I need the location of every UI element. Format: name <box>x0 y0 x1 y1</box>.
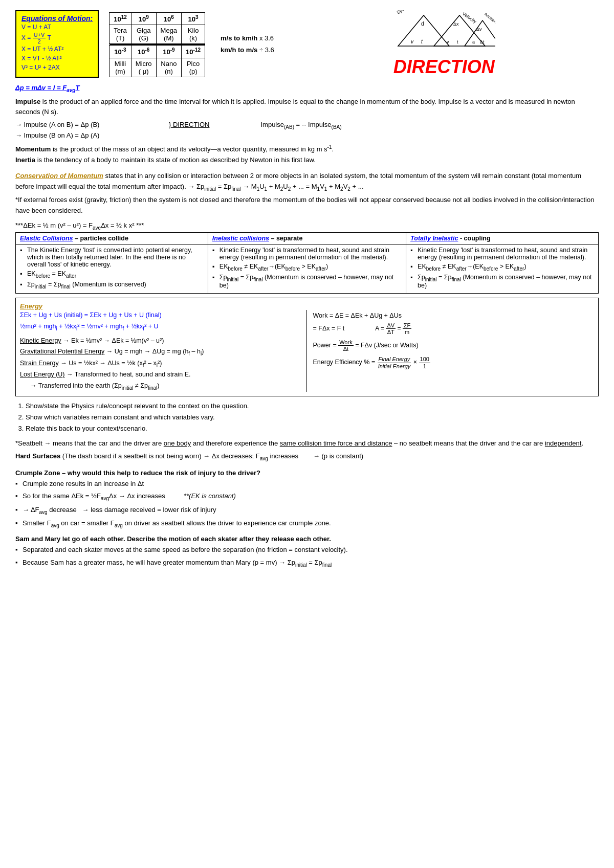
crumple-section: Crumple Zone – why would this help to re… <box>15 468 599 569</box>
col-totally-header: Totally Inelastic - coupling <box>406 233 599 244</box>
equations-title: Equations of Motion: <box>21 14 93 23</box>
energy-section: Energy ΣEk + Ug + Us (initial) = ΣEk + U… <box>15 298 599 396</box>
totally-bullet1: Kinetic Energy 'lost' is transformed to … <box>410 247 594 261</box>
impulse-arrows: → Impulse (A on B) = Δp (B) → Impulse (B… <box>15 120 148 141</box>
elastic-bullet2: EKbefore = EKafter <box>20 270 204 279</box>
top-section: Equations of Motion: V = U + AT X = U+V2… <box>15 10 599 78</box>
impulse-direction-label: } DIRECTION <box>169 120 209 130</box>
sam-mary-list: Separated and each skater moves at the s… <box>15 545 599 569</box>
seatbelt-p2: Hard Surfaces (The dash board if a seatb… <box>15 451 599 463</box>
work-line2: = FΔx = F t A = ΔVΔT = ΣFm <box>313 322 595 335</box>
inelastic-bullet1: Kinetic Energy 'lost' is transformed to … <box>212 247 402 261</box>
energy-line2: ½mu² + mghi + ½kxi² = ½mv² + mghf + ½kxf… <box>20 321 301 333</box>
totally-bullet3: Σpinitial = Σpfinal (Momentum is conserv… <box>410 274 594 290</box>
svg-text:Velocity: Velocity <box>462 11 478 24</box>
impulse-equal: Impulse(AB) = -- Impulse(BA) <box>260 120 341 131</box>
direction-diagram: v t d Speed v t Δx Velocity a Δt Δv Acce… <box>290 10 599 78</box>
sam-mary-title: Sam and Mary let go of each other. Descr… <box>15 534 599 545</box>
col-elastic-header: Elastic Collisions – particles collide <box>16 233 208 244</box>
crumple-bullet1: Crumple zone results in an increase in Δ… <box>15 479 599 489</box>
impulse-section: Δp = mΔv = I = FavgT Impulse is the prod… <box>15 83 599 166</box>
svg-text:t: t <box>421 39 423 44</box>
eq3: X = UT + ½ AT² <box>21 44 93 54</box>
impulse-momentum: Momentum is the product of the mass of a… <box>15 143 599 155</box>
impulse-p1: Impulse is the product of an applied for… <box>15 97 599 118</box>
svg-text:v: v <box>447 39 449 44</box>
crumple-bullet3: → ΔFavg decrease → less damage received … <box>15 505 599 517</box>
svg-text:Δt: Δt <box>480 39 485 44</box>
impulse-header: Δp = mΔv = I = FavgT <box>15 83 599 95</box>
power-line: Power = WorkΔt = FΔv (J/sec or Watts) <box>313 339 595 352</box>
direction-label: DIRECTION <box>393 56 495 78</box>
energy-left: ΣEk + Ug + Us (initial) = ΣEk + Ug + Us … <box>20 310 301 392</box>
conservation-warning: *If external forces exist (gravity, fric… <box>15 195 599 216</box>
svg-text:v: v <box>411 39 414 44</box>
svg-text:Δv: Δv <box>476 27 482 32</box>
numbered-item-2: Show which variables remain constant and… <box>26 412 599 423</box>
inelastic-bullet3: Σpinitial = Σpfinal (Momentum is conserv… <box>212 274 402 290</box>
delta-ek-section: ***ΔEk = ½ m (v² – u²) = FaveΔx = ½ k x²… <box>15 221 599 231</box>
numbered-item-1: Show/state the Physics rule/concept rele… <box>26 400 599 412</box>
inelastic-content: Kinetic Energy 'lost' is transformed to … <box>208 244 406 294</box>
energy-line3: Kinetic Energy → Ek = ½mv² → ΔEk = ½m(v²… <box>20 336 301 346</box>
svg-text:Acceleration: Acceleration <box>484 12 495 30</box>
prefix-table: 1012 109 106 103 Tera(T) Giga(G) Mega(M)… <box>109 12 205 77</box>
svg-text:d: d <box>421 21 424 27</box>
numbered-item-3: Relate this back to your context/scenari… <box>26 423 599 434</box>
sam-mary-bullet1: Separated and each skater moves at the s… <box>15 545 599 555</box>
eq2: X = U+V2 T <box>21 32 93 44</box>
svg-text:a: a <box>472 39 475 44</box>
totally-content: Kinetic Energy 'lost' is transformed to … <box>406 244 599 294</box>
inelastic-bullet2: EKbefore ≠ EKafter→(EKbefore > EKafter) <box>212 263 402 272</box>
eq4: X = VT - ½ AT² <box>21 54 93 63</box>
totally-bullet2: EKbefore ≠ EKafter→(EKbefore > EKafter) <box>410 263 594 272</box>
eq5: V² = U² + 2AX <box>21 63 93 72</box>
col-inelastic-header: Inelastic collisions – separate <box>208 233 406 244</box>
elastic-content: The Kinetic Energy 'lost' is converted i… <box>16 244 208 294</box>
energy-line6: Lost Energy (U) → Transformed to heat, s… <box>20 369 301 380</box>
seatbelt-p1: *Seatbelt → means that the car and the d… <box>15 438 599 449</box>
crumple-bullet4: Smaller Favg on car = smaller Favg on dr… <box>15 518 599 530</box>
prefix-table-container: 1012 109 106 103 Tera(T) Giga(G) Mega(M)… <box>109 12 205 78</box>
crumple-title: Crumple Zone – why would this help to re… <box>15 468 599 479</box>
work-line1: Work = ΔE = ΔEk + ΔUg + ΔUs <box>313 310 595 322</box>
energy-title: Energy <box>20 302 594 310</box>
collisions-table: Elastic Collisions – particles collide I… <box>15 232 599 294</box>
svg-text:t: t <box>457 39 458 44</box>
energy-line7: → Transferred into the earth (Σpinitial … <box>30 381 301 392</box>
elastic-bullet1: The Kinetic Energy 'lost' is converted i… <box>20 247 204 268</box>
energy-right: Work = ΔE = ΔEk + ΔUg + ΔUs = FΔx = F t … <box>306 310 595 392</box>
equations-box: Equations of Motion: V = U + AT X = U+V2… <box>15 10 99 78</box>
efficiency-line: Energy Efficiency % = Final EnergyInitia… <box>313 356 595 369</box>
impulse-arrows-row: → Impulse (A on B) = Δp (B) → Impulse (B… <box>15 120 599 141</box>
svg-text:Speed: Speed <box>396 10 409 15</box>
triangles-svg: v t d Speed v t Δx Velocity a Δt Δv Acce… <box>393 10 495 56</box>
conversion-box: m/s to km/h x 3.6 km/h to m/s ÷ 3.6 <box>215 10 279 78</box>
impulse-inertia: Inertia is the tendency of a body to mai… <box>15 155 599 166</box>
crumple-bullet2: So for the same ΔEk = ½FavgΔx → Δx incre… <box>15 491 599 503</box>
energy-line4: Gravitational Potential Energy → Ug = mg… <box>20 346 301 358</box>
impulse-arrow2: → Impulse (B on A) = Δp (A) <box>15 130 148 141</box>
conv2: km/h to m/s ÷ 3.6 <box>221 44 274 56</box>
svg-text:Δx: Δx <box>453 21 459 27</box>
energy-line1: ΣEk + Ug + Us (initial) = ΣEk + Ug + Us … <box>20 310 301 321</box>
eq1: V = U + AT <box>21 23 93 32</box>
numbered-list: Show/state the Physics rule/concept rele… <box>26 400 599 434</box>
delta-ek-text: ***ΔEk = ½ m (v² – u²) = FaveΔx = ½ k x²… <box>15 221 144 229</box>
crumple-list: Crumple zone results in an increase in Δ… <box>15 479 599 530</box>
seatbelt-section: *Seatbelt → means that the car and the d… <box>15 438 599 462</box>
svg-marker-0 <box>398 15 449 46</box>
impulse-arrow1: → Impulse (A on B) = Δp (B) <box>15 120 148 130</box>
conservation-title: Conservation of Momentum <box>15 172 103 180</box>
sam-mary-bullet2: Because Sam has a greater mass, he will … <box>15 558 599 569</box>
energy-two-col: ΣEk + Ug + Us (initial) = ΣEk + Ug + Us … <box>20 310 594 392</box>
conservation-section: Conservation of Momentum states that in … <box>15 171 599 216</box>
energy-line5: Strain Energy → Us = ½kx² → ΔUs = ½k (xf… <box>20 358 301 370</box>
conv1: m/s to km/h x 3.6 <box>221 32 274 44</box>
elastic-bullet3: Σpinitial = Σpfinal (Momentum is conserv… <box>20 281 204 290</box>
